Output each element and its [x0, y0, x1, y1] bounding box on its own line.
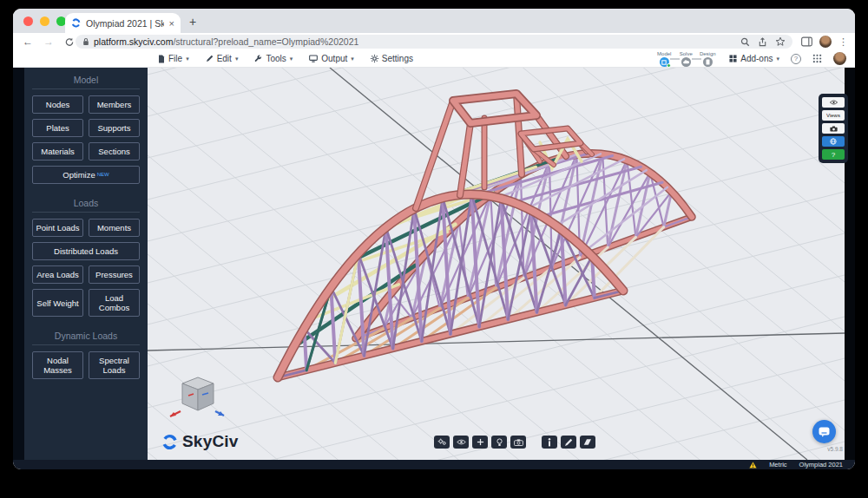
forward-icon[interactable]: →: [43, 36, 55, 48]
address-bar[interactable]: platform.skyciv.com/structural?preload_n…: [76, 35, 792, 49]
sidebar-panel: Model Nodes Members Plates Supports Mate…: [24, 68, 148, 460]
distributed-loads-button[interactable]: Distributed Loads: [32, 242, 140, 260]
screenshot-tool-button[interactable]: [822, 123, 845, 134]
section-title-dynamic-loads: Dynamic Loads: [32, 331, 140, 345]
menu-tools[interactable]: Tools▾: [254, 54, 293, 63]
renderer-button[interactable]: [822, 136, 845, 147]
app-version: v5.9.8: [827, 446, 843, 452]
pencil-icon: [206, 55, 214, 62]
status-bar: Metric Olympiad 2021: [13, 460, 855, 469]
new-tab-button[interactable]: +: [189, 15, 196, 29]
monitor-icon: [309, 55, 318, 62]
display-settings-button[interactable]: [434, 436, 450, 449]
visibility-button[interactable]: [822, 97, 845, 108]
apps-grid-icon[interactable]: [812, 54, 822, 63]
tab-title: Olympiad 2021 | SkyCiv: [86, 18, 164, 29]
solve-cloud-icon: [683, 60, 689, 64]
file-icon: [158, 55, 165, 63]
spectral-loads-button[interactable]: Spectral Loads: [89, 351, 140, 379]
members-button[interactable]: Members: [89, 95, 140, 114]
bottom-toolbar: [434, 436, 595, 449]
addons-menu[interactable]: Add-ons▾: [729, 54, 779, 63]
eye-icon: [830, 100, 838, 105]
window-controls: [23, 16, 66, 26]
browser-tab[interactable]: Olympiad 2021 | SkyCiv ×: [65, 13, 181, 33]
nodes-button[interactable]: Nodes: [32, 95, 83, 114]
info-tool-button[interactable]: [542, 436, 557, 449]
moments-button[interactable]: Moments: [89, 219, 140, 237]
units-setting[interactable]: Metric: [769, 461, 786, 469]
new-badge: NEW: [97, 170, 109, 180]
menu-edit[interactable]: Edit▾: [206, 54, 239, 63]
share-icon[interactable]: [758, 37, 767, 47]
sections-button[interactable]: Sections: [89, 142, 140, 161]
area-loads-button[interactable]: Area Loads: [32, 265, 83, 284]
plates-button[interactable]: Plates: [32, 119, 83, 137]
section-title-model: Model: [32, 75, 140, 89]
chat-icon: [819, 427, 830, 437]
section-title-loads: Loads: [32, 198, 140, 213]
tab-strip: Olympiad 2021 | SkyCiv × +: [13, 9, 855, 33]
model-3d-view[interactable]: [148, 68, 845, 460]
gear-icon: [371, 55, 378, 62]
render-quality-button[interactable]: [491, 436, 507, 449]
chat-button[interactable]: [812, 420, 836, 443]
project-name[interactable]: Olympiad 2021: [799, 461, 843, 469]
menu-file[interactable]: File▾: [158, 54, 189, 63]
menu-settings[interactable]: Settings: [371, 54, 413, 63]
snapshot-button[interactable]: [510, 436, 526, 449]
navigation-cube[interactable]: [167, 373, 227, 427]
skyciv-logo-icon: [161, 434, 178, 450]
close-window-button[interactable]: [23, 16, 33, 26]
zoom-page-icon[interactable]: [740, 37, 750, 47]
visibility-toggle-button[interactable]: [453, 436, 469, 449]
wrench-icon: [254, 55, 262, 62]
viewport: Views ?: [148, 68, 855, 460]
bookmark-star-icon[interactable]: [775, 36, 786, 47]
help-button[interactable]: ?: [791, 54, 801, 64]
erase-tool-button[interactable]: [580, 436, 595, 449]
pencil-icon: [564, 438, 573, 447]
reload-icon[interactable]: [63, 37, 76, 47]
eye-icon: [457, 439, 466, 445]
plus-icon: [477, 438, 484, 446]
user-avatar[interactable]: [833, 52, 846, 65]
workflow-stepper: Model Solve Design: [654, 50, 718, 67]
sidepanel-icon[interactable]: [801, 36, 812, 47]
skyciv-logo: SkyCiv: [161, 432, 239, 451]
lightbulb-icon: [496, 438, 503, 447]
browser-menu-icon[interactable]: ⋮: [838, 36, 848, 48]
pressures-button[interactable]: Pressures: [89, 265, 140, 284]
load-combos-button[interactable]: Load Combos: [89, 289, 140, 317]
url-text: platform.skyciv.com/structural?preload_n…: [94, 36, 358, 47]
camera-icon: [514, 439, 523, 446]
tab-close-icon[interactable]: ×: [169, 18, 174, 29]
info-icon: [548, 438, 551, 447]
eraser-icon: [583, 438, 592, 446]
add-element-button[interactable]: [472, 436, 488, 449]
skyciv-favicon: [71, 18, 81, 28]
optimize-button[interactable]: Optimize NEW: [32, 166, 140, 184]
warning-icon: [749, 462, 757, 469]
draw-tool-button[interactable]: [561, 436, 576, 449]
design-doc-icon: [706, 59, 710, 65]
materials-button[interactable]: Materials: [32, 142, 83, 161]
camera-icon: [830, 126, 838, 132]
views-button[interactable]: Views: [822, 110, 845, 121]
nodal-masses-button[interactable]: Nodal Masses: [32, 351, 83, 379]
view-tools-panel: Views ?: [819, 94, 848, 163]
back-icon[interactable]: ←: [22, 36, 34, 48]
gears-icon: [437, 438, 447, 446]
step-design[interactable]: Design: [697, 50, 718, 67]
menu-output[interactable]: Output▾: [309, 54, 354, 63]
minimize-window-button[interactable]: [40, 16, 49, 26]
viewer-help-button[interactable]: ?: [822, 149, 845, 160]
supports-button[interactable]: Supports: [89, 119, 140, 137]
browser-window: Olympiad 2021 | SkyCiv × + ← → platform.…: [13, 9, 855, 469]
point-loads-button[interactable]: Point Loads: [32, 219, 83, 237]
app-menubar: File▾ Edit▾ Tools▾ Output▾ Settings Mode…: [13, 50, 855, 68]
browser-profile-avatar[interactable]: [819, 36, 832, 48]
globe-icon: [830, 138, 837, 145]
self-weight-button[interactable]: Self Weight: [32, 289, 83, 317]
skyciv-logo-text: SkyCiv: [182, 432, 239, 451]
